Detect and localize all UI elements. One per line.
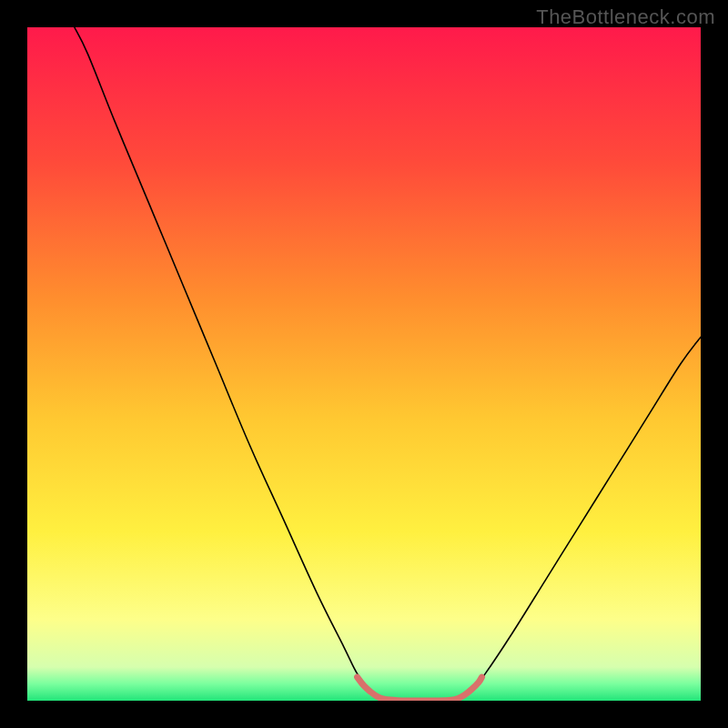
chart-svg — [27, 27, 701, 701]
gradient-background — [27, 27, 701, 701]
chart-frame: TheBottleneck.com — [0, 0, 728, 728]
plot-area — [27, 27, 701, 701]
watermark-text: TheBottleneck.com — [536, 5, 715, 29]
